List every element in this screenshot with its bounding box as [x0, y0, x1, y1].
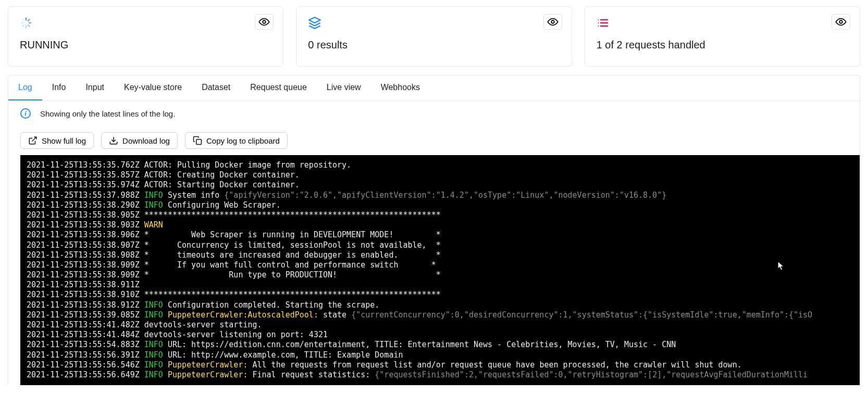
svg-point-16 [598, 26, 599, 27]
log-line: 2021-11-25T13:55:56.649Z INFO PuppeteerC… [27, 370, 853, 380]
tab-rq[interactable]: Request queue [240, 75, 317, 100]
log-line: 2021-11-25T13:55:38.912Z INFO Configurat… [27, 300, 853, 310]
log-line: 2021-11-25T13:55:35.857Z ACTOR: Creating… [27, 170, 853, 180]
svg-line-7 [22, 19, 24, 21]
info-banner-text: Showing only the latest lines of the log… [40, 109, 175, 118]
svg-line-5 [22, 25, 24, 27]
tab-input[interactable]: Input [76, 75, 114, 100]
info-icon: i [20, 108, 31, 119]
log-line: 2021-11-25T13:55:56.391Z INFO URL: http:… [27, 350, 853, 360]
status-card: RUNNING [8, 6, 283, 67]
log-line: 2021-11-25T13:55:37.988Z INFO System inf… [27, 190, 853, 200]
running-spinner-icon [20, 16, 33, 30]
svg-point-15 [598, 22, 599, 23]
log-line: 2021-11-25T13:55:41.482Z devtools-server… [27, 320, 853, 330]
log-line: 2021-11-25T13:55:38.908Z * timeouts are … [27, 250, 853, 260]
log-line: 2021-11-25T13:55:54.883Z INFO URL: https… [27, 340, 853, 350]
log-actions-row: Show full log Download log Copy log to c… [8, 124, 860, 155]
log-line: 2021-11-25T13:55:38.911Z [27, 280, 853, 290]
log-line: 2021-11-25T13:55:38.905Z ***************… [27, 210, 853, 220]
list-icon [597, 16, 610, 30]
tabs-panel: LogInfoInputKey-value storeDatasetReques… [8, 75, 860, 385]
download-icon [109, 136, 118, 145]
status-cards-row: RUNNING 0 results [0, 0, 868, 75]
view-results-button[interactable] [543, 14, 562, 30]
log-line: 2021-11-25T13:55:38.290Z INFO Configurin… [27, 200, 853, 210]
tab-dataset[interactable]: Dataset [192, 75, 240, 100]
tab-kvs[interactable]: Key-value store [114, 75, 192, 100]
log-line: 2021-11-25T13:55:38.910Z ***************… [27, 290, 853, 300]
log-line: 2021-11-25T13:55:38.909Z * If you want f… [27, 260, 853, 270]
mouse-cursor [777, 261, 785, 272]
log-line: 2021-11-25T13:55:35.762Z ACTOR: Pulling … [27, 160, 853, 170]
copy-log-button[interactable]: Copy log to clipboard [185, 132, 288, 149]
svg-line-3 [28, 25, 30, 27]
tab-lv[interactable]: Live view [317, 75, 371, 100]
results-card: 0 results [296, 6, 572, 67]
log-line: 2021-11-25T13:55:38.907Z * Concurrency i… [27, 240, 853, 250]
log-line: 2021-11-25T13:55:39.085Z INFO PuppeteerC… [27, 310, 853, 320]
tab-info[interactable]: Info [42, 75, 76, 100]
info-banner: i Showing only the latest lines of the l… [8, 101, 860, 124]
log-viewer[interactable]: 2021-11-25T13:55:35.762Z ACTOR: Pulling … [20, 155, 860, 385]
copy-icon [193, 136, 202, 145]
layers-icon [308, 16, 321, 30]
status-text: RUNNING [20, 39, 271, 51]
view-requests-button[interactable] [832, 14, 850, 30]
tab-log[interactable]: Log [8, 75, 42, 100]
log-line: 2021-11-25T13:55:56.546Z INFO PuppeteerC… [27, 360, 853, 370]
external-link-icon [28, 136, 38, 145]
log-line: 2021-11-25T13:55:41.484Z devtools-server… [27, 330, 853, 340]
svg-point-14 [598, 19, 599, 20]
svg-point-8 [263, 20, 266, 23]
log-line: 2021-11-25T13:55:38.909Z * Run type to P… [27, 270, 853, 280]
svg-marker-9 [309, 17, 320, 23]
log-line: 2021-11-25T13:55:38.906Z * Web Scraper i… [27, 230, 853, 240]
svg-line-1 [28, 19, 30, 21]
svg-rect-20 [196, 139, 202, 145]
log-line: 2021-11-25T13:55:35.974Z ACTOR: Starting… [27, 180, 853, 190]
download-log-button[interactable]: Download log [101, 132, 178, 149]
view-status-button[interactable] [255, 14, 274, 30]
svg-point-17 [839, 20, 842, 23]
svg-point-10 [551, 20, 554, 23]
requests-card: 1 of 2 requests handled [585, 6, 860, 67]
requests-text: 1 of 2 requests handled [597, 39, 848, 51]
show-full-log-button[interactable]: Show full log [20, 132, 94, 149]
svg-line-18 [32, 137, 36, 141]
tabs-bar: LogInfoInputKey-value storeDatasetReques… [8, 75, 860, 101]
log-line: 2021-11-25T13:55:38.903Z WARN [27, 220, 853, 230]
results-text: 0 results [308, 39, 560, 51]
tab-wh[interactable]: Webhooks [371, 75, 430, 100]
